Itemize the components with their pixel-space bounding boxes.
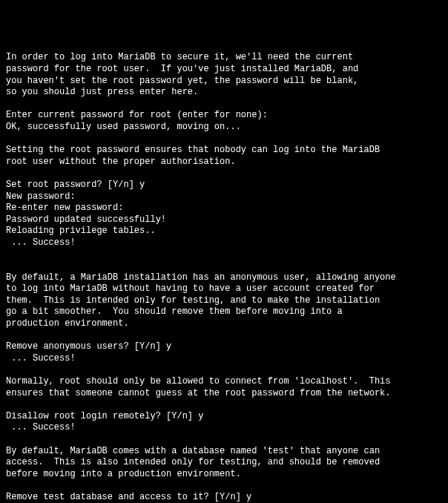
terminal-line: Re-enter new password: [6,203,442,214]
terminal-line: By default, MariaDB comes with a databas… [6,446,442,458]
terminal-line: By default, a MariaDB installation has a… [6,272,442,284]
terminal-line: Remove anonymous users? [Y/n] y [6,341,442,353]
terminal-line: In order to log into MariaDB to secure i… [6,52,442,64]
terminal-line: ... Success! [6,422,442,434]
terminal-line: before moving into a production environm… [6,469,442,481]
terminal-line [6,364,442,376]
terminal-line: New password: [6,191,442,203]
terminal-line: Normally, root should only be allowed to… [6,376,442,388]
terminal-line: to log into MariaDB without having to ha… [6,283,442,295]
terminal-line: OK, successfully used password, moving o… [6,122,442,134]
terminal-line [6,168,442,180]
terminal-line: Setting the root password ensures that n… [6,145,442,157]
terminal-line [6,330,442,342]
terminal-line: Reloading privilege tables.. [6,226,442,237]
terminal-line [6,434,442,446]
terminal-line: Password updated successfully! [6,214,442,226]
terminal-line: ... Success! [6,237,442,249]
terminal-line: Remove test database and access to it? [… [6,492,442,503]
terminal-line [6,99,442,111]
terminal-line: so you should just press enter here. [6,87,442,99]
terminal-line [6,249,442,260]
terminal-line [6,480,442,492]
terminal-line: go a bit smoother. You should remove the… [6,306,442,318]
terminal-line: Disallow root login remotely? [Y/n] y [6,411,442,423]
terminal-line [6,134,442,145]
terminal-line: Set root password? [Y/n] y [6,180,442,191]
terminal-output: In order to log into MariaDB to secure i… [6,52,442,503]
terminal-line [6,260,442,272]
terminal-line: access. This is also intended only for t… [6,457,442,469]
terminal-line: you haven't set the root password yet, t… [6,76,442,88]
terminal-line: Enter current password for root (enter f… [6,110,442,122]
terminal-line: root user without the proper authorisati… [6,157,442,168]
terminal-line [6,399,442,411]
terminal-line: them. This is intended only for testing,… [6,295,442,307]
terminal-line: ensures that someone cannot guess at the… [6,388,442,400]
terminal-line: password for the root user. If you've ju… [6,64,442,76]
terminal-line: ... Success! [6,353,442,365]
terminal-line: production environment. [6,318,442,330]
